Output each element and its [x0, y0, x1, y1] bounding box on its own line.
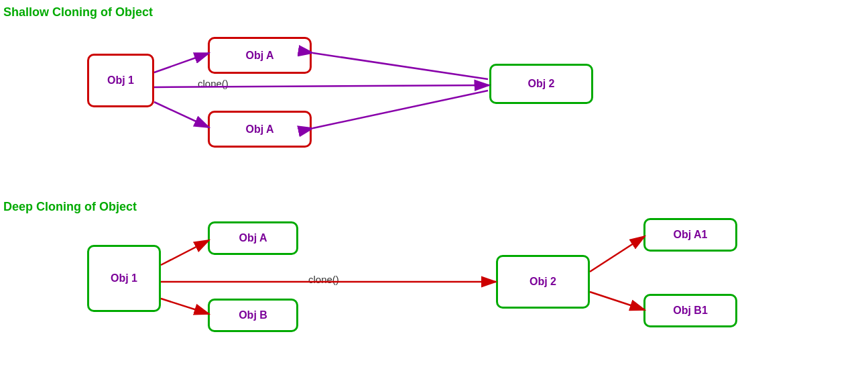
deep-clone-label: clone() [308, 274, 339, 285]
deep-title: Deep Cloning of Object [3, 200, 137, 214]
deep-arrow-obj2-to-objA1 [590, 236, 645, 272]
deep-objA1: Obj A1 [643, 218, 737, 252]
deep-objA: Obj A [208, 221, 298, 255]
shallow-arrow-obj1-to-objA-top [154, 53, 209, 72]
shallow-title: Shallow Cloning of Object [3, 5, 153, 19]
shallow-objA-bot: Obj A [208, 111, 312, 148]
shallow-arrow-obj2-to-objA-bot [313, 91, 488, 128]
shallow-obj1: Obj 1 [87, 54, 154, 107]
deep-arrow-obj2-to-objB1 [590, 292, 645, 310]
shallow-objA-top: Obj A [208, 37, 312, 74]
shallow-obj2: Obj 2 [489, 64, 593, 104]
deep-objB1: Obj B1 [643, 294, 737, 327]
deep-arrow-obj1-to-objA [161, 240, 209, 265]
deep-objB: Obj B [208, 299, 298, 332]
deep-obj1: Obj 1 [87, 245, 161, 312]
deep-obj2: Obj 2 [496, 255, 590, 309]
shallow-arrow-obj1-to-objA-bot [154, 102, 209, 127]
shallow-arrow-obj2-to-objA-top [313, 53, 488, 79]
shallow-clone-label: clone() [198, 78, 229, 89]
deep-arrow-obj1-to-objB [161, 299, 209, 314]
diagram-container: Shallow Cloning of Object Deep Cloning o… [0, 0, 868, 369]
